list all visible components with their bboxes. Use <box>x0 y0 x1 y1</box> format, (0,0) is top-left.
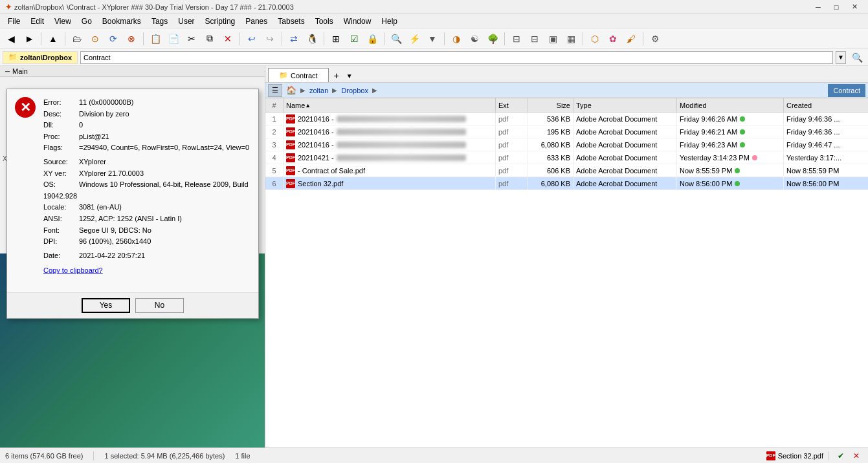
breadcrumb-menu[interactable]: ☰ <box>268 84 282 97</box>
grid1-button[interactable]: ⊞ <box>328 30 344 47</box>
paste-button[interactable]: 📄 <box>165 30 182 47</box>
menu-help[interactable]: Help <box>376 16 403 27</box>
address-filter-button[interactable]: 🔍 <box>849 49 865 66</box>
pane-button[interactable]: ⊟ <box>526 30 543 47</box>
settings-button[interactable]: ⚙ <box>647 30 663 47</box>
panel-button[interactable]: ▣ <box>544 30 561 47</box>
pdf-icon-4: PDF <box>286 153 295 162</box>
menu-window[interactable]: Window <box>339 16 377 27</box>
check-button[interactable]: ☑ <box>346 30 362 47</box>
toolbar-sep-1 <box>41 32 41 45</box>
sync-button[interactable]: ⇄ <box>285 30 302 47</box>
yes-button[interactable]: Yes <box>82 298 130 313</box>
menu-tools[interactable]: Tools <box>310 16 339 27</box>
search-button[interactable]: 🔍 <box>388 30 405 47</box>
menu-bookmarks[interactable]: Bookmarks <box>97 16 146 27</box>
lock-button[interactable]: 🔒 <box>364 30 381 47</box>
table-row[interactable]: 2 PDF 20210416 - pdf 195 KB Adobe Acroba… <box>265 125 868 138</box>
target-button[interactable]: ⊙ <box>87 30 104 47</box>
table-row[interactable]: 3 PDF 20210416 - pdf 6,080 KB Adobe Acro… <box>265 138 868 151</box>
menu-user[interactable]: User <box>173 16 199 27</box>
stamp-button[interactable]: ⬡ <box>586 30 603 47</box>
redo-button[interactable]: ↪ <box>262 30 278 47</box>
row-ext-5: pdf <box>496 164 528 177</box>
linux-button[interactable]: 🐧 <box>304 30 320 47</box>
copy-clipboard-link[interactable]: Copy to clipboard? <box>43 265 250 277</box>
table-row[interactable]: 5 PDF - Contract of Sale.pdf pdf 606 KB … <box>265 164 868 177</box>
address-input[interactable] <box>80 51 833 64</box>
tab-add-button[interactable]: + <box>330 69 343 82</box>
tab-dropdown-button[interactable]: ▼ <box>344 69 355 82</box>
tree-button[interactable]: 🌳 <box>484 30 501 47</box>
brush-button[interactable]: 🖌 <box>623 30 640 47</box>
home-icon[interactable]: 🏠 <box>284 85 299 95</box>
minimize-button[interactable]: ─ <box>810 1 827 13</box>
filter2-button[interactable]: ▼ <box>424 30 441 47</box>
menu-go[interactable]: Go <box>76 16 97 27</box>
col-button[interactable]: ▦ <box>562 30 579 47</box>
tab-contract[interactable]: 📁 Contract <box>268 68 329 82</box>
table-row[interactable]: 6 PDF Section 32.pdf pdf 6,080 KB Adobe … <box>265 177 868 190</box>
table-row[interactable]: 1 PDF 20210416 - pdf 536 KB Adobe Acroba… <box>265 113 868 125</box>
file-list[interactable]: # Name Ext Size Type Modified Created 1 … <box>265 98 868 447</box>
status-x-icon[interactable]: ✕ <box>850 449 863 462</box>
bc-dropbox[interactable]: Dropbox <box>339 87 371 94</box>
chart-button[interactable]: ◑ <box>448 30 465 47</box>
row-num-2: 2 <box>265 125 284 138</box>
table-row[interactable]: 4 PDF 20210421 - pdf 633 KB Adobe Acroba… <box>265 151 868 164</box>
menu-scripting[interactable]: Scripting <box>200 16 241 27</box>
menu-panes[interactable]: Panes <box>240 16 273 27</box>
error-dialog: ✕ Error:11 (0x0000000B) Desc:Division by… <box>6 89 259 319</box>
stop-button[interactable]: ⊗ <box>123 30 140 47</box>
menu-view[interactable]: View <box>49 16 76 27</box>
no-button[interactable]: No <box>135 298 184 313</box>
bc-zoltan[interactable]: zoltan <box>307 87 331 94</box>
copy2-button[interactable]: ⧉ <box>201 30 218 47</box>
back-button[interactable]: ◀ <box>3 30 19 47</box>
dpi-value: 96 (100%), 2560x1440 <box>79 237 151 245</box>
maximize-button[interactable]: □ <box>828 1 845 13</box>
col-modified-header[interactable]: Modified <box>677 98 784 112</box>
forward-button[interactable]: ▶ <box>21 30 38 47</box>
col-name-header[interactable]: Name <box>284 98 496 112</box>
menu-file[interactable]: File <box>3 16 25 27</box>
close-button[interactable]: ✕ <box>846 1 863 13</box>
folder-button[interactable]: 🗁 <box>69 30 85 47</box>
left-path-label[interactable]: 📁 zoltan\Dropbox <box>3 51 78 64</box>
menu-bar: File Edit View Go Bookmarks Tags User Sc… <box>0 14 868 28</box>
menu-tabsets[interactable]: Tabsets <box>273 16 309 27</box>
menu-tags[interactable]: Tags <box>146 16 173 27</box>
row-modified-4: Yesterday 3:14:23 PM <box>677 151 784 164</box>
address-dropdown[interactable]: ▼ <box>836 51 846 64</box>
row-created-3: Friday 9:46:47 ... <box>784 138 868 151</box>
cut-button[interactable]: ✂ <box>183 30 200 47</box>
filter-button[interactable]: ⚡ <box>406 30 423 47</box>
title-bar: ✦ zoltan\Dropbox\\Contract - XYplorer ##… <box>0 0 868 14</box>
pdf-icon-2: PDF <box>286 127 295 136</box>
undo-button[interactable]: ↩ <box>243 30 260 47</box>
col-created-header[interactable]: Created <box>784 98 868 112</box>
blurred-name-4 <box>337 155 466 161</box>
grid2-button[interactable]: ⊟ <box>508 30 525 47</box>
col-ext-header[interactable]: Ext <box>496 98 528 112</box>
font-value: Segoe UI 9, DBCS: No <box>79 226 151 234</box>
right-panel: 📁 Contract + ▼ ☰ 🏠 ▶ zoltan ▶ Dropbox ▶ … <box>265 66 868 447</box>
copy-button[interactable]: 📋 <box>147 30 164 47</box>
column-headers: # Name Ext Size Type Modified Created <box>265 98 868 113</box>
bc-arrow-1: ▶ <box>300 87 306 94</box>
col-type-header[interactable]: Type <box>573 98 677 112</box>
collapse-icon[interactable]: ─ <box>5 68 10 75</box>
ansi-value: 1252, ACP: 1252 (ANSI - Latin I) <box>79 215 182 222</box>
row-num-1: 1 <box>265 113 284 125</box>
reload-button[interactable]: ⟳ <box>105 30 122 47</box>
up-button[interactable]: ▲ <box>45 30 61 47</box>
menu-edit[interactable]: Edit <box>25 16 49 27</box>
theme-button[interactable]: ☯ <box>466 30 483 47</box>
status-check-icon[interactable]: ✔ <box>834 449 847 462</box>
color-button[interactable]: ✿ <box>605 30 621 47</box>
bc-arrow-3: ▶ <box>372 87 377 94</box>
col-size-header[interactable]: Size <box>528 98 573 112</box>
row-ext-4: pdf <box>496 151 528 164</box>
main-layout: ─ Main XYplorer 21.70.0003 ✕ Error:11 (0… <box>0 66 868 447</box>
delete-button[interactable]: ✕ <box>219 30 236 47</box>
